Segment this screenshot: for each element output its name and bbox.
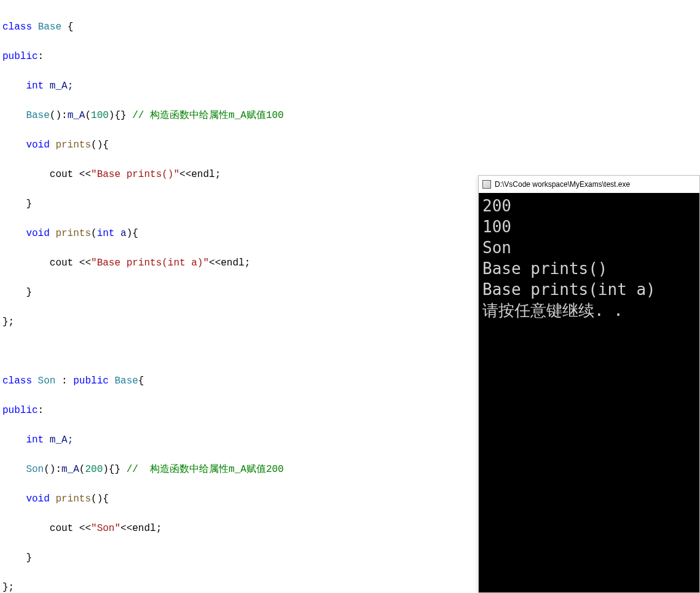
- console-line: 200: [482, 197, 511, 215]
- console-app-icon: [482, 180, 491, 189]
- console-titlebar[interactable]: D:\VsCode workspace\MyExams\test.exe: [479, 176, 699, 193]
- console-line: Base prints(): [482, 259, 608, 278]
- console-title: D:\VsCode workspace\MyExams\test.exe: [495, 180, 630, 189]
- comment: // 构造函数中给属性m_A赋值100: [132, 110, 283, 121]
- console-line: Base prints(int a): [482, 280, 656, 299]
- keyword-class: class: [2, 22, 32, 33]
- console-line: 100: [482, 218, 511, 236]
- keyword-int: int: [26, 81, 44, 92]
- console-line: Son: [482, 238, 511, 257]
- console-line: 请按任意键继续. .: [482, 301, 623, 320]
- console-output[interactable]: 200 100 Son Base prints() Base prints(in…: [479, 193, 699, 592]
- keyword-public: public: [2, 51, 38, 62]
- console-window[interactable]: D:\VsCode workspace\MyExams\test.exe 200…: [478, 175, 700, 593]
- class-name: Base: [38, 22, 61, 33]
